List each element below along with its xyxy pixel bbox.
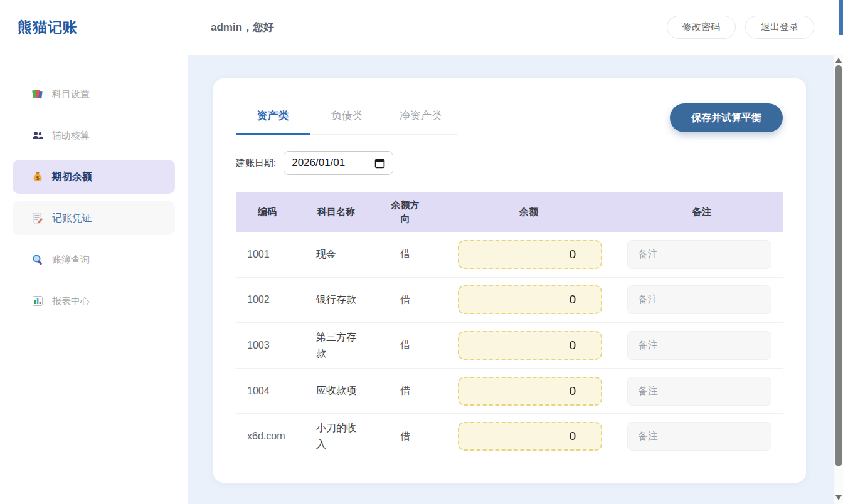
topbar-actions: 修改密码 退出登录 [667, 16, 814, 39]
date-input[interactable]: 2026/01/01 [284, 151, 393, 175]
sidebar-item-ledger-query[interactable]: 账簿查询 [13, 243, 175, 276]
remark-input[interactable] [627, 285, 771, 314]
remark-input[interactable] [627, 377, 771, 406]
remark-input[interactable] [627, 422, 771, 451]
table-row: 1003 第三方存款 借 [236, 323, 783, 369]
column-header-remark: 备注 [621, 206, 783, 218]
books-icon [31, 88, 44, 100]
remark-cell [621, 377, 783, 406]
sidebar-item-label: 记账凭证 [52, 212, 92, 225]
users-icon [31, 129, 44, 142]
sidebar-item-report-center[interactable]: 报表中心 [13, 284, 175, 318]
chart-icon [31, 295, 44, 307]
scrollbar-thumb[interactable] [835, 65, 842, 466]
date-value: 2026/01/01 [292, 157, 345, 169]
save-trial-balance-button[interactable]: 保存并试算平衡 [670, 103, 783, 132]
table-row: 1002 银行存款 借 [236, 278, 783, 323]
balance-input[interactable] [458, 285, 602, 314]
column-header-balance: 余额 [437, 206, 621, 218]
balance-direction: 借 [374, 339, 437, 352]
main-content: 资产类 负债类 净资产类 保存并试算平衡 建账日期: 2026/01/01 编码… [188, 55, 843, 504]
balance-direction: 借 [374, 248, 437, 261]
table-row: 1004 应收款项 借 [236, 369, 783, 414]
sidebar-item-label: 期初余额 [52, 171, 92, 184]
tab-liabilities[interactable]: 负债类 [310, 101, 384, 135]
remark-input[interactable] [627, 240, 771, 269]
column-header-name: 科目名称 [299, 206, 374, 218]
remark-cell [621, 422, 783, 451]
balance-input[interactable] [458, 422, 602, 451]
table-header-row: 编码 科目名称 余额方向 余额 备注 [236, 192, 783, 232]
initial-balance-card: 资产类 负债类 净资产类 保存并试算平衡 建账日期: 2026/01/01 编码… [213, 78, 806, 483]
topbar: admin，您好 修改密码 退出登录 [188, 0, 843, 55]
moneybag-icon: $ [31, 171, 44, 183]
window-edge-accent [839, 0, 843, 35]
table-row: x6d.com 小刀的收入 借 [236, 414, 783, 459]
user-greeting: admin，您好 [211, 20, 274, 34]
account-name: 银行存款 [299, 291, 374, 308]
vertical-scrollbar[interactable] [834, 54, 843, 504]
logout-button[interactable]: 退出登录 [745, 16, 814, 39]
sidebar-item-label: 账簿查询 [52, 254, 90, 266]
account-code: x6d.com [236, 431, 299, 442]
memo-icon [31, 212, 44, 224]
balance-cell [437, 331, 621, 360]
svg-text:$: $ [36, 175, 39, 181]
remark-cell [621, 240, 783, 269]
account-code: 1004 [236, 386, 299, 397]
balance-input[interactable] [458, 331, 602, 360]
calendar-icon[interactable] [374, 158, 385, 169]
account-name: 现金 [299, 246, 374, 263]
remark-cell [621, 331, 783, 360]
search-icon [31, 253, 44, 266]
remark-input[interactable] [627, 331, 771, 360]
account-code: 1002 [236, 294, 299, 305]
column-header-code: 编码 [236, 206, 299, 218]
balance-cell [437, 422, 621, 451]
sidebar-item-label: 辅助核算 [52, 130, 90, 142]
balance-input[interactable] [458, 240, 602, 269]
sidebar-menu: 科目设置 辅助核算 $ 期初余额 [0, 77, 188, 318]
sidebar-item-subject-settings[interactable]: 科目设置 [13, 77, 175, 111]
balance-cell [437, 240, 621, 269]
balance-direction: 借 [374, 293, 437, 307]
sidebar-item-vouchers[interactable]: 记账凭证 [13, 201, 175, 235]
tab-assets[interactable]: 资产类 [236, 101, 310, 135]
category-tabs: 资产类 负债类 净资产类 [236, 101, 458, 135]
sidebar: 熊猫记账 科目设置 辅助核算 [0, 0, 188, 504]
scroll-up-arrow-icon[interactable] [835, 58, 842, 63]
balance-direction: 借 [374, 430, 437, 443]
balance-cell [437, 377, 621, 406]
scroll-down-arrow-icon[interactable] [835, 495, 842, 500]
balance-direction: 借 [374, 384, 437, 397]
balance-cell [437, 285, 621, 314]
account-name: 应收款项 [299, 382, 374, 399]
table-row: 1001 现金 借 [236, 232, 783, 278]
sidebar-item-label: 报表中心 [52, 295, 90, 307]
change-password-button[interactable]: 修改密码 [667, 16, 736, 39]
account-name: 小刀的收入 [299, 420, 374, 453]
sidebar-item-auxiliary-accounting[interactable]: 辅助核算 [13, 118, 175, 152]
date-label: 建账日期: [236, 157, 276, 169]
tab-row: 资产类 负债类 净资产类 保存并试算平衡 [236, 101, 783, 135]
sidebar-item-initial-balance[interactable]: $ 期初余额 [13, 160, 175, 194]
account-name: 第三方存款 [299, 329, 374, 362]
remark-cell [621, 285, 783, 314]
account-code: 1001 [236, 249, 299, 260]
balance-input[interactable] [458, 377, 602, 406]
tab-net-assets[interactable]: 净资产类 [384, 101, 458, 135]
column-header-direction: 余额方向 [374, 198, 437, 226]
sidebar-item-label: 科目设置 [52, 88, 90, 100]
app-title: 熊猫记账 [18, 18, 188, 37]
date-row: 建账日期: 2026/01/01 [236, 151, 783, 175]
account-code: 1003 [236, 340, 299, 351]
